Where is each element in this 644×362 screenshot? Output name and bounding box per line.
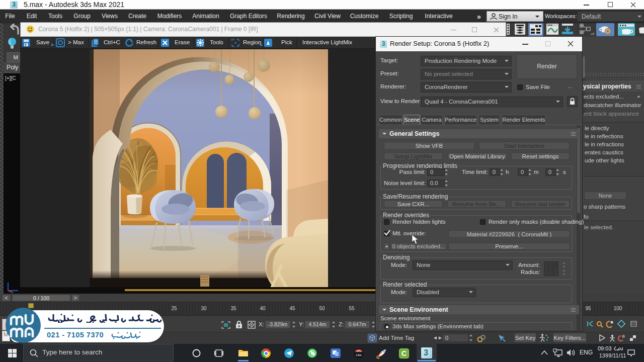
svg-text:VPN: VPN — [356, 350, 361, 352]
svg-text:Like: Like — [356, 353, 362, 356]
